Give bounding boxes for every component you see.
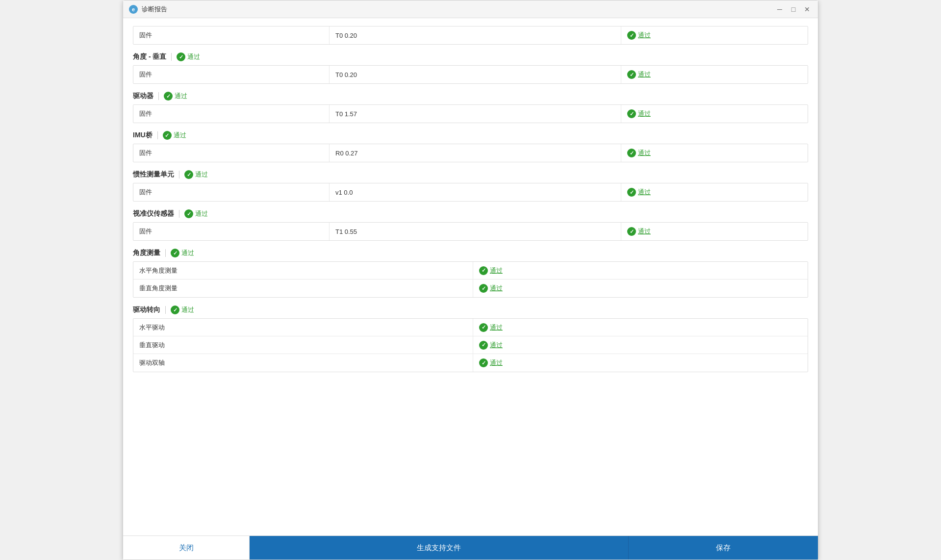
separator [165, 249, 166, 257]
section-imu-unit: 惯性测量单元 通过 固件 v1 0.0 通过 [133, 170, 808, 202]
cell-label-h-drive: 水平驱动 [133, 319, 473, 336]
check-icon [184, 209, 193, 218]
bottom-bar: 关闭 生成支持文件 保存 [123, 535, 818, 560]
section-status[interactable]: 通过 [163, 131, 186, 140]
cell-value-firmware: T0 0.20 [330, 26, 621, 44]
separator [165, 306, 166, 314]
check-icon [479, 284, 488, 293]
window-title: 诊断报告 [142, 5, 775, 14]
table-angle-vertical: 固件 T0 0.20 通过 [133, 65, 808, 84]
main-window: e 诊断报告 ─ □ ✕ 固件 T0 0.20 通过 [123, 0, 818, 560]
cell-status: 通过 [621, 223, 808, 240]
cell-label-v-drive: 垂直驱动 [133, 336, 473, 354]
cell-status: 通过 [473, 262, 808, 279]
section-header-imu-unit: 惯性测量单元 通过 [133, 170, 808, 179]
section-header-angle-vertical: 角度 - 垂直 通过 [133, 52, 808, 61]
check-icon [627, 109, 636, 118]
section-status[interactable]: 通过 [171, 305, 194, 314]
section-status[interactable]: 通过 [184, 209, 208, 218]
section-header-angle-measure: 角度测量 通过 [133, 249, 808, 257]
section-driver: 驱动器 通过 固件 T0 1.57 通过 [133, 92, 808, 123]
check-icon [479, 341, 488, 350]
status-label: 通过 [490, 323, 503, 332]
section-status[interactable]: 通过 [171, 249, 194, 257]
section-angle-measure: 角度测量 通过 水平角度测量 通过 [133, 249, 808, 298]
table-firmware-top: 固件 T0 0.20 通过 [133, 26, 808, 45]
cell-label: 固件 [133, 144, 330, 162]
table-drive-steer: 水平驱动 通过 垂直驱动 通过 [133, 318, 808, 372]
section-title: IMU桥 [133, 131, 153, 140]
table-row: 驱动双轴 通过 [133, 354, 808, 372]
close-button[interactable]: 关闭 [123, 536, 250, 560]
minimize-button[interactable]: ─ [775, 4, 785, 14]
status-label: 通过 [195, 170, 208, 179]
separator [158, 92, 159, 100]
section-title: 视准仪传感器 [133, 209, 174, 218]
section-header-imu-bridge: IMU桥 通过 [133, 131, 808, 140]
section-title: 惯性测量单元 [133, 170, 174, 179]
check-icon [627, 149, 636, 157]
section-status[interactable]: 通过 [184, 170, 208, 179]
table-row: 固件 v1 0.0 通过 [133, 183, 808, 201]
check-icon [171, 305, 179, 314]
cell-value: R0 0.27 [330, 144, 621, 162]
separator [157, 131, 158, 139]
cell-status-firmware: 通过 [621, 26, 808, 44]
table-row: 水平角度测量 通过 [133, 262, 808, 280]
status-label: 通过 [638, 109, 651, 118]
status-label: 通过 [638, 31, 651, 40]
status-label: 通过 [490, 358, 503, 367]
cell-label: 固件 [133, 66, 330, 83]
table-row: 水平驱动 通过 [133, 319, 808, 336]
section-status[interactable]: 通过 [177, 52, 200, 61]
section-imu-bridge: IMU桥 通过 固件 R0 0.27 通过 [133, 131, 808, 162]
cell-label-horizontal-angle: 水平角度测量 [133, 262, 473, 279]
table-row: 垂直角度测量 通过 [133, 280, 808, 297]
cell-value: T0 0.20 [330, 66, 621, 83]
cell-value: v1 0.0 [330, 183, 621, 201]
section-title: 驱动器 [133, 92, 153, 101]
cell-value: T0 1.57 [330, 105, 621, 123]
cell-status: 通过 [621, 66, 808, 83]
cell-label-vertical-angle: 垂直角度测量 [133, 280, 473, 297]
cell-label-dual-drive: 驱动双轴 [133, 354, 473, 372]
cell-status: 通过 [473, 319, 808, 336]
check-icon [164, 92, 173, 101]
section-header-drive-steer: 驱动转向 通过 [133, 305, 808, 314]
table-angle-measure: 水平角度测量 通过 垂直角度测量 通过 [133, 261, 808, 298]
cell-status: 通过 [473, 280, 808, 297]
table-driver: 固件 T0 1.57 通过 [133, 104, 808, 123]
section-title: 角度测量 [133, 249, 160, 257]
separator [171, 53, 172, 61]
table-row: 垂直驱动 通过 [133, 336, 808, 354]
status-label: 通过 [174, 131, 186, 140]
cell-label: 固件 [133, 105, 330, 123]
check-icon [627, 188, 636, 197]
table-imu-bridge: 固件 R0 0.27 通过 [133, 144, 808, 162]
title-bar: e 诊断报告 ─ □ ✕ [123, 0, 818, 18]
cell-status: 通过 [621, 105, 808, 123]
status-label: 通过 [195, 209, 208, 218]
table-row: 固件 R0 0.27 通过 [133, 144, 808, 162]
status-label: 通过 [181, 305, 194, 314]
close-window-button[interactable]: ✕ [802, 4, 812, 14]
cell-value: T1 0.55 [330, 223, 621, 240]
section-header-sight-sensor: 视准仪传感器 通过 [133, 209, 808, 218]
section-header-driver: 驱动器 通过 [133, 92, 808, 101]
separator [179, 210, 179, 218]
table-row: 固件 T0 0.20 通过 [133, 26, 808, 44]
section-firmware-top: 固件 T0 0.20 通过 [133, 26, 808, 45]
status-label: 通过 [175, 92, 187, 101]
section-sight-sensor: 视准仪传感器 通过 固件 T1 0.55 通过 [133, 209, 808, 241]
section-title: 驱动转向 [133, 305, 160, 314]
save-button[interactable]: 保存 [629, 536, 818, 560]
status-label: 通过 [638, 227, 651, 236]
generate-button[interactable]: 生成支持文件 [250, 536, 629, 560]
section-drive-steer: 驱动转向 通过 水平驱动 通过 [133, 305, 808, 372]
section-status[interactable]: 通过 [164, 92, 187, 101]
maximize-button[interactable]: □ [788, 4, 798, 14]
check-icon [184, 170, 193, 179]
app-icon: e [129, 5, 138, 14]
check-icon [163, 131, 172, 140]
cell-status: 通过 [621, 183, 808, 201]
